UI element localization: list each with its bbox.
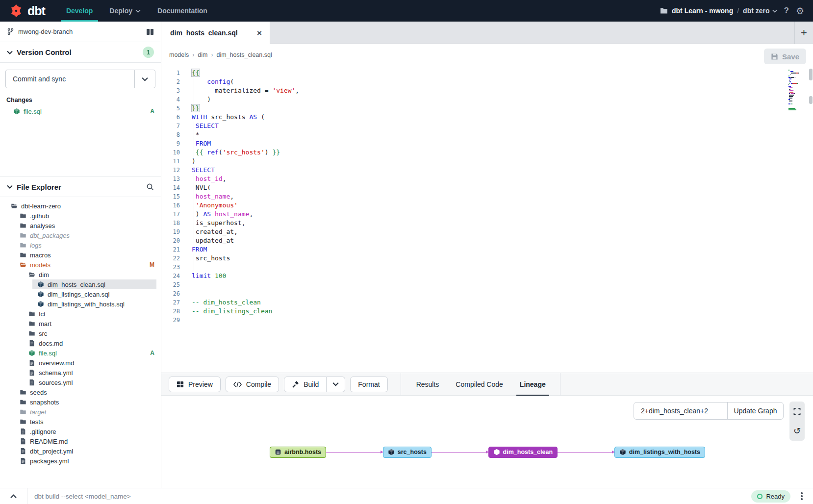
code-line-22[interactable]: 22 src_hosts — [161, 254, 813, 263]
nav-deploy[interactable]: Deploy — [101, 0, 149, 22]
compile-button[interactable]: Compile — [226, 377, 279, 392]
code-line-25[interactable]: 25 — [161, 280, 813, 289]
tree-item-dbt-learn-zero[interactable]: dbt-learn-zero — [0, 201, 161, 211]
tree-item-docs-md[interactable]: docs.md — [0, 338, 161, 348]
code-line-20[interactable]: 20 updated_at — [161, 236, 813, 245]
search-icon[interactable] — [146, 183, 154, 191]
nav-documentation[interactable]: Documentation — [149, 0, 216, 22]
environment-selector[interactable]: dbt zero — [743, 7, 777, 15]
branch-row[interactable]: mwong-dev-branch — [0, 22, 161, 42]
code-line-27[interactable]: 27-- dim_hosts_clean — [161, 298, 813, 307]
code-line-13[interactable]: 13 host_id, — [161, 175, 813, 183]
code-editor[interactable]: 1{{2 config(3 materialized = 'view',4 )5… — [161, 66, 813, 373]
code-line-4[interactable]: 4 ) — [161, 95, 813, 104]
file-explorer-header[interactable]: File Explorer — [0, 176, 161, 197]
commit-options-caret[interactable] — [134, 70, 155, 88]
code-line-24[interactable]: 24limit 100 — [161, 272, 813, 280]
lineage-node-src-hosts[interactable]: src_hosts — [383, 447, 432, 458]
command-input[interactable]: dbt build --select <model_name> — [27, 493, 751, 500]
code-line-11[interactable]: 11) — [161, 157, 813, 166]
lineage-node-dim-listings-with-hosts[interactable]: dim_listings_with_hosts — [614, 447, 705, 458]
scrollbar-thumb[interactable] — [809, 96, 813, 104]
code-line-18[interactable]: 18 is_superhost, — [161, 219, 813, 227]
breadcrumb-file[interactable]: dim_hosts_clean.sql — [216, 51, 272, 58]
version-control-header[interactable]: Version Control 1 — [0, 42, 161, 63]
nav-develop[interactable]: Develop — [58, 0, 101, 22]
code-line-16[interactable]: 16 'Anonymous' — [161, 201, 813, 210]
tab-compiled-code[interactable]: Compiled Code — [447, 373, 511, 396]
commit-and-sync-button[interactable]: Commit and sync — [6, 70, 134, 88]
save-button[interactable]: Save — [764, 49, 806, 64]
build-options-caret[interactable] — [327, 377, 345, 392]
changed-file-row[interactable]: file.sql A — [0, 105, 161, 117]
code-line-28[interactable]: 28-- dim_listings_clean — [161, 307, 813, 316]
code-line-14[interactable]: 14 NVL( — [161, 183, 813, 192]
breadcrumb-models[interactable]: models — [169, 51, 189, 58]
reset-view-icon[interactable]: ↺ — [792, 426, 802, 436]
tree-item-dim-listings-clean-sql[interactable]: dim_listings_clean.sql — [0, 289, 161, 299]
tree-item--gitignore[interactable]: .gitignore — [0, 427, 161, 436]
code-line-8[interactable]: 8 * — [161, 130, 813, 139]
tree-item-dim-hosts-clean-sql[interactable]: dim_hosts_clean.sql — [0, 279, 161, 289]
lineage-node-airbnb-hosts[interactable]: airbnb.hosts — [270, 447, 326, 458]
tree-item-fct[interactable]: fct — [0, 309, 161, 319]
scrollbar-thumb[interactable] — [809, 69, 813, 80]
panels-icon[interactable] — [146, 28, 154, 35]
lineage-selector-input[interactable]: 2+dim_hosts_clean+2 — [634, 403, 728, 419]
tree-item-packages-yml[interactable]: packages.yml — [0, 456, 161, 466]
close-icon[interactable]: × — [257, 29, 262, 37]
tree-item-dim[interactable]: dim — [0, 270, 161, 279]
tree-item-dim-listings-with-hosts-sql[interactable]: dim_listings_with_hosts.sql — [0, 299, 161, 309]
new-tab-button[interactable]: + — [794, 22, 813, 44]
update-graph-button[interactable]: Update Graph — [728, 403, 783, 419]
tree-item-dbt-project-yml[interactable]: dbt_project.yml — [0, 446, 161, 456]
lineage-node-dim-hosts-clean[interactable]: dim_hosts_clean — [488, 447, 558, 458]
code-line-26[interactable]: 26 — [161, 289, 813, 298]
project-name[interactable]: dbt Learn - mwong — [672, 7, 733, 15]
code-line-19[interactable]: 19 created_at, — [161, 227, 813, 236]
tree-item-file-sql[interactable]: file.sqlA — [0, 348, 161, 358]
format-button[interactable]: Format — [350, 377, 387, 392]
help-icon[interactable]: ? — [784, 6, 789, 16]
tree-item--github[interactable]: .github — [0, 211, 161, 221]
tree-item-schema-yml[interactable]: schema.yml — [0, 368, 161, 378]
tree-item-target[interactable]: target — [0, 407, 161, 417]
code-line-2[interactable]: 2 config( — [161, 77, 813, 86]
tree-item-logs[interactable]: logs — [0, 240, 161, 250]
build-button[interactable]: Build — [284, 377, 327, 392]
code-line-15[interactable]: 15 host_name, — [161, 192, 813, 201]
code-line-21[interactable]: 21FROM — [161, 245, 813, 254]
code-line-5[interactable]: 5}} — [161, 104, 813, 113]
tree-item-sources-yml[interactable]: sources.yml — [0, 378, 161, 387]
tab-dim-hosts-clean[interactable]: dim_hosts_clean.sql × — [161, 22, 270, 44]
tree-item-snapshots[interactable]: snapshots — [0, 397, 161, 407]
code-line-9[interactable]: 9 FROM — [161, 139, 813, 148]
tree-item-readme-md[interactable]: README.md — [0, 436, 161, 446]
panel-expand-toggle[interactable] — [0, 488, 27, 504]
kebab-menu-icon[interactable] — [793, 492, 810, 500]
preview-button[interactable]: Preview — [169, 377, 221, 392]
breadcrumb-dim[interactable]: dim — [198, 51, 207, 58]
code-line-10[interactable]: 10 {{ ref('src_hosts') }} — [161, 148, 813, 157]
gear-icon[interactable]: ⚙ — [796, 5, 804, 17]
tree-item-mart[interactable]: mart — [0, 319, 161, 328]
code-line-23[interactable]: 23 — [161, 263, 813, 272]
code-line-12[interactable]: 12SELECT — [161, 166, 813, 175]
dbt-logo[interactable]: dbt — [0, 0, 58, 22]
tree-item-overview-md[interactable]: overview.md — [0, 358, 161, 368]
tree-item-src[interactable]: src — [0, 328, 161, 338]
minimap[interactable] — [788, 70, 805, 112]
fullscreen-icon[interactable] — [792, 406, 802, 416]
code-line-6[interactable]: 6WITH src_hosts AS ( — [161, 113, 813, 122]
code-line-7[interactable]: 7 SELECT — [161, 122, 813, 130]
tree-item-seeds[interactable]: seeds — [0, 387, 161, 397]
tree-item-dbt-packages[interactable]: dbt_packages — [0, 230, 161, 240]
code-line-3[interactable]: 3 materialized = 'view', — [161, 86, 813, 95]
tab-results[interactable]: Results — [408, 373, 448, 396]
code-line-29[interactable]: 29 — [161, 316, 813, 325]
tree-item-tests[interactable]: tests — [0, 417, 161, 427]
tab-lineage[interactable]: Lineage — [511, 373, 554, 396]
code-line-17[interactable]: 17 ) AS host_name, — [161, 210, 813, 219]
tree-item-models[interactable]: modelsM — [0, 260, 161, 270]
tree-item-analyses[interactable]: analyses — [0, 221, 161, 230]
